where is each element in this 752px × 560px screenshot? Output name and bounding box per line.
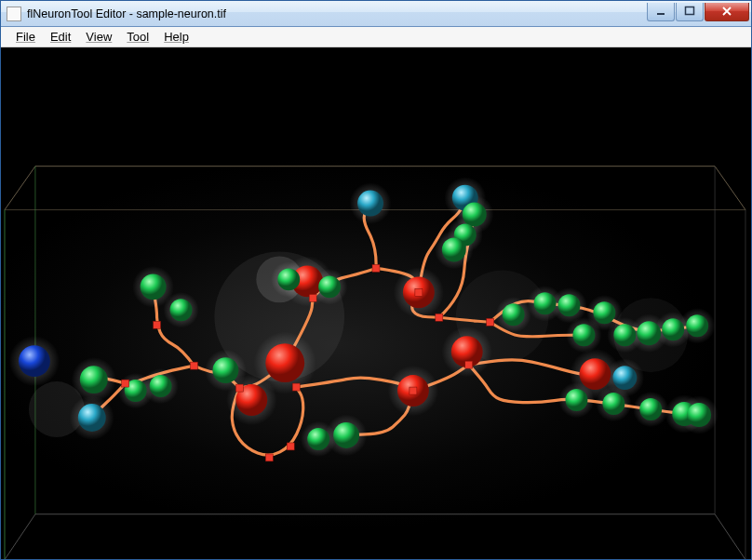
svg-point-94 [565,389,587,411]
svg-point-60 [265,343,304,382]
svg-rect-102 [292,383,300,391]
svg-point-79 [503,303,525,326]
svg-point-92 [579,358,611,390]
svg-point-61 [80,366,108,393]
menu-file[interactable]: File [8,29,43,45]
svg-point-82 [593,301,615,324]
menu-tool[interactable]: Tool [119,29,156,45]
svg-point-89 [333,422,359,448]
svg-rect-100 [122,380,129,387]
svg-rect-105 [415,288,423,296]
svg-rect-108 [410,387,417,394]
minimize-button[interactable] [647,3,675,21]
close-button[interactable] [705,3,749,21]
svg-rect-99 [190,362,197,369]
maximize-button[interactable] [676,3,704,21]
app-window: flNeuronTool Editor - sample-neuron.tif … [0,0,752,560]
svg-point-95 [602,393,624,415]
svg-rect-109 [465,361,473,368]
menu-edit[interactable]: Edit [43,29,78,45]
svg-point-71 [277,268,300,290]
svg-point-84 [662,318,684,340]
svg-point-76 [463,203,487,227]
svg-rect-0 [657,13,665,15]
menubar: File Edit View Tool Help [1,27,751,47]
svg-point-65 [150,375,172,397]
svg-rect-111 [154,321,161,328]
svg-rect-1 [686,7,694,15]
svg-point-83 [637,321,661,345]
svg-point-87 [613,324,636,346]
window-controls [647,3,749,21]
neuron-render [1,47,751,559]
titlebar[interactable]: flNeuronTool Editor - sample-neuron.tif [1,1,751,27]
svg-point-67 [141,273,167,300]
svg-rect-112 [265,454,273,461]
svg-point-96 [639,398,662,420]
svg-point-72 [318,275,341,298]
svg-rect-101 [235,384,243,392]
svg-point-85 [686,314,708,337]
svg-point-62 [78,404,106,432]
3d-viewport[interactable] [1,47,751,559]
menu-view[interactable]: View [78,29,119,45]
menu-help[interactable]: Help [156,29,196,45]
app-icon [7,7,21,21]
svg-point-86 [572,324,595,346]
svg-point-90 [307,428,329,450]
svg-point-66 [212,357,238,383]
svg-point-68 [170,299,193,321]
svg-point-73 [357,191,383,217]
svg-rect-103 [309,294,316,301]
svg-point-98 [687,403,711,427]
svg-rect-104 [372,264,380,272]
svg-point-63 [19,345,50,377]
svg-rect-107 [487,318,494,326]
svg-point-78 [442,237,466,261]
svg-point-81 [558,294,581,316]
svg-point-93 [612,366,637,390]
window-title: flNeuronTool Editor - sample-neuron.tif [27,7,647,20]
svg-rect-110 [287,443,294,450]
svg-rect-106 [436,313,443,321]
svg-point-80 [534,292,557,314]
